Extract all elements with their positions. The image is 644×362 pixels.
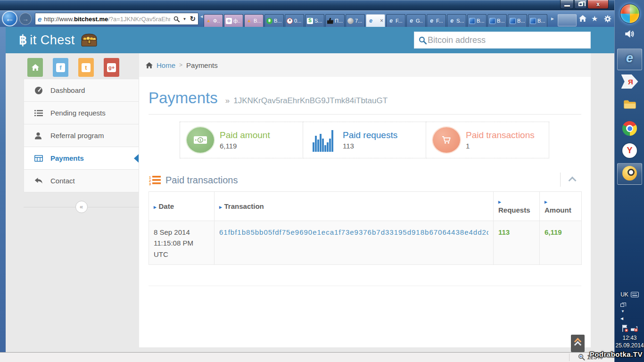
bitcoin-search-input[interactable] (428, 35, 591, 45)
stat-label: Paid transactions (466, 130, 535, 140)
browser-tab[interactable]: eF... (386, 14, 405, 27)
chevron-up-icon[interactable] (568, 175, 576, 183)
home-icon[interactable] (579, 15, 586, 24)
taskbar-yandex-button[interactable]: Y (615, 143, 644, 158)
taskbar-explorer-button[interactable] (615, 99, 644, 109)
back-button[interactable]: ← (2, 11, 17, 26)
sidebar-item-label: Dashboard (50, 86, 85, 94)
favicon-ie-icon: e (368, 18, 374, 24)
new-tab-button[interactable] (558, 14, 577, 26)
sort-caret-icon: ▸ (498, 199, 537, 205)
main-content: Payments » 1JKNKrQav5raEhrKnBG9JTmk84iTb… (139, 77, 591, 347)
watermark: Podrabotka.TV (590, 350, 643, 358)
address-dropdown-icon[interactable]: ▼ (183, 17, 187, 21)
taskbar-yandex-browser-button[interactable]: Я (615, 74, 644, 89)
browser-tab[interactable]: SS... (305, 14, 324, 27)
tray-expand-icon[interactable]: ◄ (619, 316, 624, 321)
browser-tab[interactable]: eS... (447, 14, 466, 27)
site-logo[interactable]: ฿ it Chest (19, 27, 99, 53)
taskbar-qip-button[interactable] (615, 166, 644, 181)
favicon-pyramid-icon: ▲ (206, 18, 212, 24)
tab-scroll-left-icon[interactable]: ◄ (199, 14, 204, 19)
sidebar-item-payments[interactable]: Payments (24, 147, 139, 170)
browser-window: x ← → e http://www.bitchest.me/?a=1JKNKr… (0, 0, 614, 362)
site-header: ฿ it Chest (6, 27, 614, 53)
network-disconnected-icon[interactable] (630, 324, 638, 332)
restore-windows-icon[interactable] (620, 304, 624, 307)
sidebar-collapse-button[interactable]: « (75, 201, 88, 213)
favicon-pyramid-icon: ▲ (246, 18, 252, 24)
search-icon[interactable] (173, 16, 180, 22)
restore-button[interactable] (574, 0, 587, 9)
forward-button[interactable]: → (19, 13, 32, 25)
settings-icon[interactable] (604, 15, 611, 25)
minimize-button[interactable] (560, 0, 574, 9)
sidebar-item-referral-program[interactable]: Referral program (24, 124, 139, 147)
volume-mixer-button[interactable] (615, 29, 644, 39)
social-facebook-button[interactable]: f (53, 58, 68, 77)
close-button[interactable]: x (587, 0, 609, 9)
favicon-cube-icon (510, 18, 516, 24)
section-header: 123 Paid transactions (149, 172, 581, 189)
bitcoin-search[interactable] (414, 32, 591, 49)
browser-tab[interactable]: eF... (427, 14, 446, 27)
browser-tab[interactable]: B... (528, 14, 547, 27)
divider (149, 114, 581, 115)
browser-tab[interactable]: 0... (285, 14, 304, 27)
browser-tab[interactable]: фф.. (224, 14, 243, 27)
tab-overflow-icon[interactable]: ► (550, 16, 555, 21)
browser-tab[interactable]: B... (508, 14, 527, 27)
sidebar-item-dashboard[interactable]: Dashboard (24, 79, 139, 102)
breadcrumb-home-link[interactable]: Home (157, 61, 175, 69)
sidebar-item-contact[interactable]: Contact (24, 169, 139, 192)
yandex-browser-icon: Я (621, 74, 638, 89)
list-icon (34, 110, 45, 116)
taskbar: e Я Y UK ▼ ◄ 12:43 25.09.2014 (614, 0, 644, 362)
start-button[interactable] (615, 4, 644, 24)
address-bar[interactable]: e http://www.bitchest.me/?a=1JKNKrQav5ra… (35, 13, 198, 25)
reply-arrow-icon (34, 177, 45, 184)
sort-caret-icon: ▸ (219, 204, 222, 210)
column-transaction[interactable]: ▸Transaction (215, 192, 494, 221)
browser-tab[interactable]: П... (325, 14, 345, 27)
browser-tab[interactable]: ▲В... (244, 14, 264, 27)
column-requests[interactable]: ▸Requests (494, 192, 540, 221)
browser-tab[interactable]: ▲Ф.. (204, 14, 223, 27)
action-center-flag-icon[interactable] (621, 324, 628, 332)
social-googleplus-button[interactable]: g+ (104, 58, 119, 77)
stat-paid-requests: Paid requests 113 (303, 122, 426, 158)
column-date[interactable]: ▸Date (149, 192, 215, 221)
language-indicator[interactable]: UK (615, 291, 644, 298)
user-icon (34, 132, 45, 140)
browser-tab[interactable]: B... (487, 14, 507, 27)
sidebar-item-pending-requests[interactable]: Pending requests (24, 101, 139, 124)
browser-tab[interactable]: B... (467, 14, 487, 27)
back-to-top-button[interactable] (571, 335, 585, 352)
treasure-chest-icon (80, 32, 99, 48)
stat-paid-transactions: Paid transactions 1 (426, 122, 549, 158)
tab-close-icon[interactable]: × (380, 18, 383, 24)
clock[interactable]: 12:43 (615, 335, 644, 341)
browser-tab[interactable]: ฿B... (264, 14, 284, 27)
favicon-ie-icon: e (449, 18, 455, 24)
yandex-icon: Y (622, 143, 637, 158)
divider (569, 354, 570, 361)
sort-caret-icon: ▸ (545, 199, 579, 205)
social-twitter-button[interactable]: t (78, 58, 94, 77)
column-amount[interactable]: ▸Amount (540, 192, 582, 221)
refresh-icon[interactable]: ↻ (190, 15, 196, 23)
browser-tab-active[interactable]: e× (366, 14, 385, 27)
dashboard-gauge-icon (34, 86, 45, 95)
favicon-s-icon: S (307, 18, 313, 24)
tray-caret-icon[interactable]: ▼ (621, 309, 625, 313)
browser-tab[interactable]: 7... (346, 14, 365, 27)
social-home-button[interactable] (27, 58, 43, 77)
browser-tab[interactable]: eG.. (406, 14, 426, 27)
titlebar[interactable]: x (0, 0, 614, 10)
favorites-icon[interactable]: ★ (591, 15, 598, 23)
transaction-link[interactable]: 61fbf1b85bb05fdf75e9690e1eca1f73e9376b7d… (219, 227, 488, 238)
taskbar-chrome-button[interactable] (615, 121, 644, 136)
date[interactable]: 25.09.2014 (615, 342, 644, 349)
taskbar-ie-button[interactable]: e (615, 51, 644, 66)
stat-value: 6,119 (220, 142, 270, 150)
